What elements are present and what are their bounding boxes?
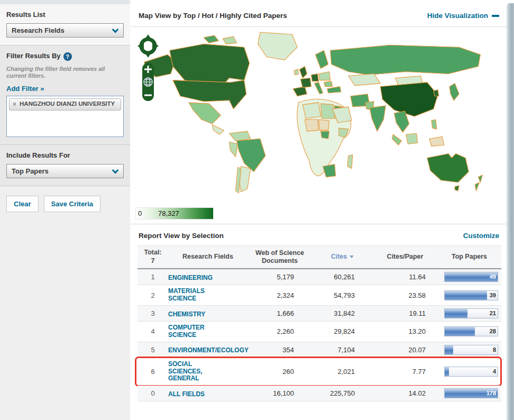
filter-tag: × HANGZHOU DIANZI UNIVERSITY (9, 98, 121, 111)
cites-value: 60,261 (312, 273, 373, 281)
page-edge-scroll-strip[interactable] (507, 3, 514, 420)
include-results-section: Include Results For Top Papers (0, 145, 130, 186)
cites-value: 29,824 (312, 327, 373, 335)
table-row: 6SOCIAL SCIENCES, GENERAL2602,0217.774 (137, 358, 501, 386)
total-header: Total: 7 (137, 249, 168, 265)
cites-value: 7,104 (312, 346, 373, 354)
results-list-dropdown[interactable]: Research Fields (6, 23, 124, 38)
filter-box: × HANGZHOU DIANZI UNIVERSITY (6, 96, 124, 137)
total-label: Total: (137, 249, 168, 257)
top-papers-bar: 8 (444, 345, 498, 355)
include-results-dropdown[interactable]: Top Papers (6, 164, 124, 178)
sort-descending-icon (350, 255, 354, 258)
top-papers-value: 8 (493, 346, 496, 353)
report-header: Report View by Selection Customize (130, 224, 507, 245)
documents-value: 354 (247, 346, 312, 354)
documents-value: 16,100 (247, 389, 312, 397)
row-field-cell: ENVIRONMENT/ECOLOGY (168, 345, 247, 354)
table-row: 1ENGINEERING5,17960,26111.6449 (137, 269, 501, 285)
clear-button[interactable]: Clear (6, 196, 39, 212)
row-field-cell: COMPUTER SCIENCE (168, 324, 247, 339)
main-content: Map View by Top / Hot / Highly Cited Pap… (130, 0, 507, 420)
top-papers-cell: 8 (437, 345, 501, 355)
top-papers-bar: 21 (444, 308, 498, 318)
pan-up-arrow (144, 34, 152, 41)
page: Results List Research Fields Filter Resu… (0, 0, 514, 420)
top-papers-bar: 178 (444, 388, 498, 398)
documents-value: 2,260 (247, 327, 312, 335)
top-papers-cell: 49 (437, 272, 501, 282)
col-cites-per-paper: Cites/Paper (373, 253, 437, 261)
research-field-link[interactable]: ENGINEERING (168, 275, 222, 282)
row-rank: 3 (137, 309, 168, 317)
top-papers-cell: 28 (437, 326, 501, 336)
table-header-row: Total: 7 Research Fields Web of Science … (137, 245, 501, 269)
top-papers-bar: 28 (444, 326, 498, 336)
remove-filter-icon[interactable]: × (13, 101, 16, 108)
research-field-link[interactable]: MATERIALS SCIENCE (168, 288, 222, 303)
row-rank: 1 (137, 273, 168, 281)
include-results-heading: Include Results For (6, 151, 124, 159)
map-header: Map View by Top / Hot / Highly Cited Pap… (130, 0, 507, 27)
sidebar-buttons: Clear Save Criteria (0, 186, 130, 222)
top-papers-bar: 4 (444, 367, 498, 377)
report-table: Total: 7 Research Fields Web of Science … (137, 245, 501, 401)
research-field-link[interactable]: SOCIAL SCIENCES, GENERAL (168, 361, 222, 382)
top-papers-value: 4 (493, 368, 496, 375)
col-cites-label: Cites (331, 253, 347, 261)
legend-min-value: 0 (138, 209, 142, 217)
row-field-cell: ENGINEERING (168, 272, 247, 282)
save-criteria-button[interactable]: Save Criteria (44, 196, 101, 212)
documents-value: 260 (247, 368, 312, 376)
cites-per-paper-value: 11.64 (373, 273, 437, 281)
cites-value: 54,793 (312, 291, 373, 299)
top-papers-value: 49 (490, 273, 496, 280)
collapse-minus-icon (492, 15, 499, 17)
help-icon[interactable]: ? (63, 52, 72, 61)
sidebar: Results List Research Fields Filter Resu… (0, 0, 130, 420)
cites-value: 2,021 (312, 368, 373, 376)
top-papers-value: 21 (490, 310, 496, 316)
filter-heading-label: Filter Results By (6, 52, 61, 60)
top-papers-bar: 49 (444, 272, 498, 282)
total-value: 7 (137, 257, 168, 266)
research-field-link[interactable]: COMPUTER SCIENCE (168, 324, 222, 339)
map-legend: 0 78,327 (135, 207, 214, 220)
hide-visualization-link[interactable]: Hide Visualization (427, 12, 499, 20)
top-papers-cell: 39 (437, 290, 501, 300)
map-title: Map View by Top / Hot / Highly Cited Pap… (139, 12, 287, 20)
top-papers-bar: 39 (444, 290, 498, 300)
col-research-fields: Research Fields (168, 253, 247, 261)
top-papers-value: 178 (487, 390, 496, 396)
table-row: 0ALL FIELDS16,100225,75014.02178 (137, 386, 501, 401)
legend-max-value: 78,327 (158, 209, 179, 217)
cites-per-paper-value: 23.58 (373, 291, 437, 299)
cites-per-paper-value: 13.20 (373, 327, 437, 335)
row-rank: 2 (137, 291, 168, 299)
filter-section: Filter Results By? Changing the filter f… (0, 45, 130, 145)
research-field-link[interactable]: CHEMISTRY (168, 311, 222, 318)
chevron-down-icon (112, 26, 119, 33)
results-list-heading: Results List (6, 11, 124, 19)
filter-note: Changing the filter field removes all cu… (6, 66, 124, 80)
research-field-link[interactable]: ALL FIELDS (168, 391, 222, 398)
filter-tag-label: HANGZHOU DIANZI UNIVERSITY (20, 101, 115, 108)
top-papers-cell: 4 (437, 367, 501, 377)
cites-per-paper-value: 14.02 (373, 389, 437, 397)
map-controls (136, 33, 160, 103)
customize-link[interactable]: Customize (463, 232, 499, 240)
add-filter-link[interactable]: Add Filter » (6, 85, 44, 93)
col-top-papers: Top Papers (437, 253, 501, 261)
pan-down-arrow (144, 51, 152, 58)
table-row: 4COMPUTER SCIENCE2,26029,82413.2028 (137, 322, 501, 342)
row-rank: 5 (137, 346, 168, 354)
top-papers-cell: 21 (437, 308, 501, 318)
row-rank: 6 (137, 368, 168, 376)
row-field-cell: SOCIAL SCIENCES, GENERAL (168, 361, 247, 383)
chevron-down-icon (112, 167, 119, 174)
world-map[interactable] (140, 29, 491, 205)
col-cites-sort[interactable]: Cites (312, 253, 373, 261)
research-field-link[interactable]: ENVIRONMENT/ECOLOGY (168, 347, 222, 354)
top-papers-value: 28 (490, 328, 496, 334)
results-list-dropdown-value: Research Fields (12, 26, 65, 34)
